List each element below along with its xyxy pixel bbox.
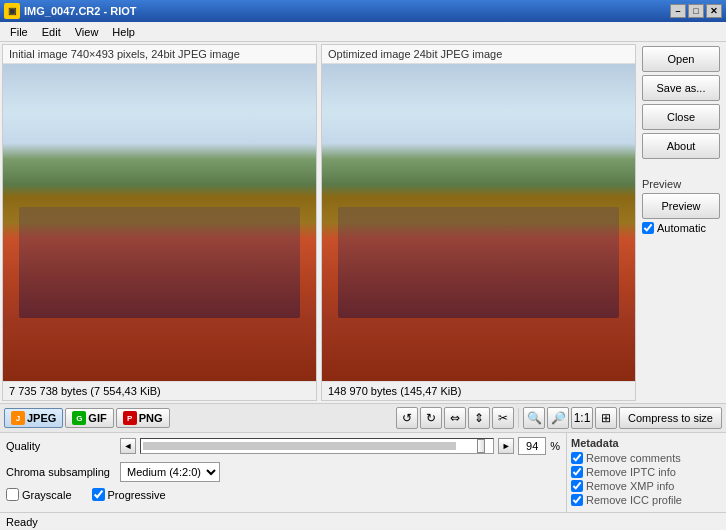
metadata-item-1: Remove IPTC info [571,466,722,478]
initial-image-area [3,64,316,381]
progressive-label: Progressive [108,489,166,501]
minimize-button[interactable]: – [670,4,686,18]
automatic-row: Automatic [642,222,722,234]
crop-button[interactable]: ✂ [492,407,514,429]
grayscale-label: Grayscale [22,489,72,501]
remove-icc-label: Remove ICC profile [586,494,682,506]
optimized-image [322,64,635,381]
remove-xmp-label: Remove XMP info [586,480,674,492]
close-button[interactable]: Close [642,104,720,130]
open-button[interactable]: Open [642,46,720,72]
metadata-item-2: Remove XMP info [571,480,722,492]
quality-value: 94 [518,437,546,455]
preview-label: Preview [642,178,722,190]
grayscale-checkbox-label[interactable]: Grayscale [6,488,72,501]
window-title: IMG_0047.CR2 - RIOT [24,5,136,17]
options-row: Grayscale Progressive [0,485,566,504]
initial-panel-header: Initial image 740×493 pixels, 24bit JPEG… [3,45,316,64]
gif-label: GIF [88,412,106,424]
title-bar: ▣ IMG_0047.CR2 - RIOT – □ ✕ [0,0,726,22]
remove-iptc-label: Remove IPTC info [586,466,676,478]
initial-image [3,64,316,381]
metadata-item-0: Remove comments [571,452,722,464]
automatic-checkbox[interactable] [642,222,654,234]
automatic-label: Automatic [657,222,706,234]
chroma-label: Chroma subsampling [6,466,116,478]
status-bar: Ready [0,512,726,530]
status-text: Ready [6,516,38,528]
quality-increase-button[interactable]: ► [498,438,514,454]
tab-gif[interactable]: G GIF [65,408,113,428]
menu-edit[interactable]: Edit [36,24,67,40]
grayscale-checkbox[interactable] [6,488,19,501]
quality-slider-thumb [477,439,485,453]
quality-row: Quality ◄ ► 94 % [0,433,566,459]
remove-xmp-checkbox[interactable] [571,480,583,492]
remove-comments-label: Remove comments [586,452,681,464]
initial-image-panel: Initial image 740×493 pixels, 24bit JPEG… [2,44,317,401]
maximize-button[interactable]: □ [688,4,704,18]
toolbar-divider [518,408,519,428]
format-tabs-row: J JPEG G GIF P PNG ↺ ↻ ⇔ ⇕ ✂ 🔍 🔎 1:1 [0,404,726,433]
preview-section: Preview Preview Automatic [642,178,722,234]
fit-button[interactable]: 1:1 [571,407,593,429]
tab-jpeg[interactable]: J JPEG [4,408,63,428]
progressive-checkbox[interactable] [92,488,105,501]
main-container: Initial image 740×493 pixels, 24bit JPEG… [0,42,726,530]
optimized-panel-header: Optimized image 24bit JPEG image [322,45,635,64]
metadata-item-3: Remove ICC profile [571,494,722,506]
content-area: Initial image 740×493 pixels, 24bit JPEG… [0,42,726,403]
save-as-button[interactable]: Save as... [642,75,720,101]
zoom-out-button[interactable]: 🔎 [547,407,569,429]
progressive-checkbox-label[interactable]: Progressive [92,488,166,501]
quality-slider[interactable] [140,438,494,454]
menu-bar: File Edit View Help [0,22,726,42]
flip-v-button[interactable]: ⇕ [468,407,490,429]
compress-to-size-button[interactable]: Compress to size [619,407,722,429]
initial-panel-footer: 7 735 738 bytes (7 554,43 KiB) [3,381,316,400]
right-sidebar: Open Save as... Close About Preview Prev… [638,42,726,403]
rotate-right-button[interactable]: ↻ [420,407,442,429]
chroma-row: Chroma subsampling None (4:4:4) Low (4:2… [0,459,566,485]
bottom-left: Quality ◄ ► 94 % Chroma subsampling None… [0,433,566,512]
tab-png[interactable]: P PNG [116,408,170,428]
menu-file[interactable]: File [4,24,34,40]
preview-button[interactable]: Preview [642,193,720,219]
jpeg-icon: J [11,411,25,425]
optimized-image-area [322,64,635,381]
actual-size-button[interactable]: ⊞ [595,407,617,429]
remove-icc-checkbox[interactable] [571,494,583,506]
quality-percent: % [550,440,560,452]
metadata-title: Metadata [571,437,722,449]
quality-label: Quality [6,440,116,452]
bottom-row: Quality ◄ ► 94 % Chroma subsampling None… [0,433,726,512]
zoom-in-button[interactable]: 🔍 [523,407,545,429]
remove-comments-checkbox[interactable] [571,452,583,464]
remove-iptc-checkbox[interactable] [571,466,583,478]
close-window-button[interactable]: ✕ [706,4,722,18]
app-icon: ▣ [4,3,20,19]
png-icon: P [123,411,137,425]
metadata-section: Metadata Remove comments Remove IPTC inf… [566,433,726,512]
quality-decrease-button[interactable]: ◄ [120,438,136,454]
optimized-panel-footer: 148 970 bytes (145,47 KiB) [322,381,635,400]
jpeg-label: JPEG [27,412,56,424]
image-panels: Initial image 740×493 pixels, 24bit JPEG… [0,42,638,403]
bottom-area: J JPEG G GIF P PNG ↺ ↻ ⇔ ⇕ ✂ 🔍 🔎 1:1 [0,403,726,512]
menu-help[interactable]: Help [106,24,141,40]
png-label: PNG [139,412,163,424]
menu-view[interactable]: View [69,24,105,40]
chroma-select[interactable]: None (4:4:4) Low (4:2:2) Medium (4:2:0) … [120,462,220,482]
rotate-left-button[interactable]: ↺ [396,407,418,429]
quality-slider-fill [143,442,456,450]
flip-h-button[interactable]: ⇔ [444,407,466,429]
optimized-image-panel: Optimized image 24bit JPEG image 148 970… [321,44,636,401]
about-button[interactable]: About [642,133,720,159]
gif-icon: G [72,411,86,425]
